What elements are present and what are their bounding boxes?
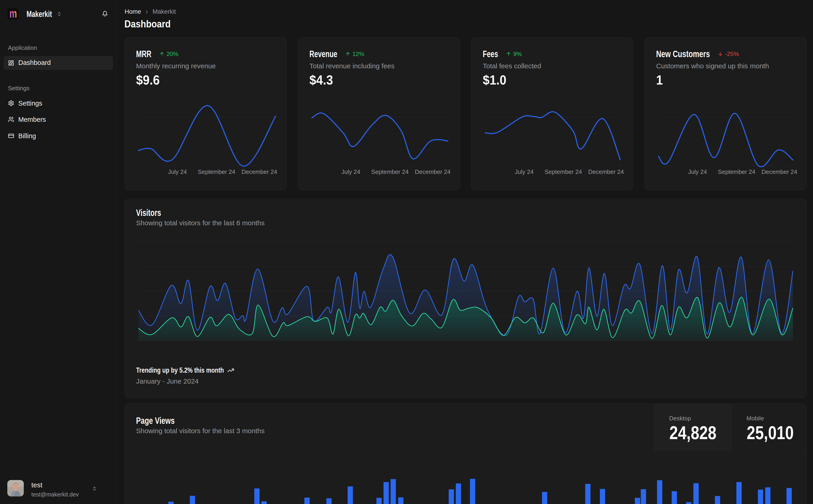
svg-text:m: m: [9, 8, 17, 20]
